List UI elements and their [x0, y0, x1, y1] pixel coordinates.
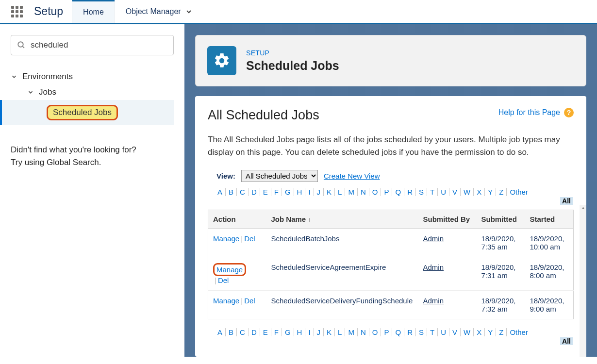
delete-link[interactable]: Del: [244, 297, 255, 305]
sidebar-search-input[interactable]: [31, 40, 167, 50]
alpha-letter[interactable]: N: [358, 188, 369, 196]
col-job-name[interactable]: Job Name↑: [266, 210, 418, 228]
alpha-letter[interactable]: R: [404, 328, 416, 336]
submitted-by-link[interactable]: Admin: [423, 297, 444, 305]
alpha-letter[interactable]: U: [438, 188, 449, 196]
alpha-letter[interactable]: I: [305, 328, 314, 336]
top-nav: Setup HomeObject Manager: [0, 0, 597, 24]
alpha-letter[interactable]: M: [345, 188, 358, 196]
alpha-letter[interactable]: E: [260, 328, 271, 336]
alpha-letter[interactable]: N: [358, 328, 369, 336]
create-new-view-link[interactable]: Create New View: [324, 172, 380, 180]
nav-tab-home[interactable]: Home: [72, 0, 115, 23]
alpha-letter[interactable]: U: [438, 328, 449, 336]
alpha-all[interactable]: All: [560, 197, 573, 205]
nav-tab-label: Object Manager: [126, 7, 181, 16]
alpha-letter[interactable]: R: [404, 188, 416, 196]
tree-node-environments[interactable]: Environments: [11, 69, 174, 84]
started-cell: 18/9/2020, 9:00 am: [525, 290, 574, 319]
col-submitted[interactable]: Submitted: [477, 210, 525, 228]
alpha-letter[interactable]: D: [249, 328, 260, 336]
page-header-panel: SETUP Scheduled Jobs: [195, 35, 586, 86]
alpha-letter[interactable]: T: [427, 188, 438, 196]
alpha-letter[interactable]: J: [314, 328, 324, 336]
alpha-letter[interactable]: Y: [485, 328, 496, 336]
alpha-letter[interactable]: O: [369, 328, 381, 336]
alpha-letter[interactable]: A: [215, 188, 226, 196]
alpha-letter[interactable]: K: [324, 188, 335, 196]
alpha-letter[interactable]: D: [249, 188, 260, 196]
submitted-by-link[interactable]: Admin: [423, 263, 444, 271]
alpha-letter[interactable]: G: [282, 188, 294, 196]
alpha-letter[interactable]: B: [226, 188, 237, 196]
setup-sidebar: Environments Jobs Scheduled Jobs Didn't …: [0, 24, 184, 357]
alpha-letter[interactable]: W: [461, 188, 474, 196]
manage-highlight: Manage: [213, 263, 246, 276]
view-select[interactable]: All Scheduled Jobs: [241, 170, 318, 182]
alpha-letter[interactable]: L: [335, 188, 345, 196]
alpha-letter[interactable]: Z: [496, 188, 507, 196]
alpha-letter[interactable]: X: [474, 328, 485, 336]
alpha-letter[interactable]: Y: [485, 188, 496, 196]
job-name-cell: ScheduledServiceAgreementExpire: [266, 257, 418, 290]
alpha-letter[interactable]: S: [416, 328, 427, 336]
help-link[interactable]: Help for this Page ?: [498, 108, 574, 117]
table-row: Manage|DelScheduledServiceAgreementExpir…: [208, 257, 574, 290]
alpha-letter[interactable]: X: [474, 188, 485, 196]
sidebar-search[interactable]: [11, 35, 174, 55]
col-action[interactable]: Action: [208, 210, 266, 228]
alpha-letter[interactable]: G: [282, 328, 294, 336]
submitted-cell: 18/9/2020, 7:32 am: [477, 290, 525, 319]
tree-node-scheduled-jobs[interactable]: Scheduled Jobs: [0, 100, 174, 125]
app-launcher-icon[interactable]: [0, 0, 34, 23]
alpha-letter[interactable]: T: [427, 328, 438, 336]
alpha-all[interactable]: All: [560, 337, 573, 345]
alpha-letter[interactable]: M: [345, 328, 358, 336]
alpha-other[interactable]: Other: [507, 188, 531, 196]
tree-node-jobs[interactable]: Jobs: [11, 84, 174, 100]
tree-label-highlighted: Scheduled Jobs: [47, 105, 118, 120]
delete-link[interactable]: Del: [218, 276, 229, 284]
alpha-letter[interactable]: V: [449, 328, 461, 336]
manage-link[interactable]: Manage: [213, 234, 239, 243]
alpha-letter[interactable]: I: [305, 188, 314, 196]
alpha-letter[interactable]: K: [324, 328, 335, 336]
alpha-letter[interactable]: F: [271, 328, 282, 336]
alpha-letter[interactable]: Z: [496, 328, 507, 336]
alpha-letter[interactable]: H: [294, 328, 306, 336]
submitted-by-link[interactable]: Admin: [423, 234, 444, 243]
sort-asc-icon: ↑: [306, 216, 311, 223]
alpha-letter[interactable]: C: [237, 328, 249, 336]
alpha-letter[interactable]: C: [237, 188, 249, 196]
job-name-cell: ScheduledServiceDeliveryFundingSchedule: [266, 290, 418, 319]
alpha-letter[interactable]: L: [335, 328, 345, 336]
alpha-letter[interactable]: S: [416, 188, 427, 196]
alpha-letter[interactable]: E: [260, 188, 271, 196]
alpha-letter[interactable]: V: [449, 188, 461, 196]
alpha-letter[interactable]: J: [314, 188, 324, 196]
submitted-cell: 18/9/2020, 7:31 am: [477, 257, 525, 290]
alpha-letter[interactable]: F: [271, 188, 282, 196]
svg-line-1: [22, 46, 24, 48]
alpha-letter[interactable]: B: [226, 328, 237, 336]
alpha-letter[interactable]: Q: [392, 328, 404, 336]
nav-tab-label: Home: [83, 8, 104, 17]
chevron-down-icon: [11, 73, 17, 80]
manage-link[interactable]: Manage: [213, 297, 239, 305]
alpha-letter[interactable]: P: [381, 328, 392, 336]
scrollbar[interactable]: ▴: [580, 205, 586, 357]
alpha-letter[interactable]: Q: [392, 188, 404, 196]
table-row: Manage|DelScheduledBatchJobsAdmin18/9/20…: [208, 228, 574, 257]
waffle-icon: [11, 6, 23, 17]
alpha-letter[interactable]: O: [369, 188, 381, 196]
col-started[interactable]: Started: [525, 210, 574, 228]
alpha-letter[interactable]: W: [461, 328, 474, 336]
alpha-letter[interactable]: H: [294, 188, 306, 196]
alpha-letter[interactable]: P: [381, 188, 392, 196]
alpha-letter[interactable]: A: [215, 328, 226, 336]
delete-link[interactable]: Del: [244, 234, 255, 243]
col-submitted-by[interactable]: Submitted By: [418, 210, 477, 228]
manage-link[interactable]: Manage: [216, 265, 243, 274]
nav-tab-object-manager[interactable]: Object Manager: [115, 0, 203, 23]
alpha-other[interactable]: Other: [507, 328, 531, 336]
